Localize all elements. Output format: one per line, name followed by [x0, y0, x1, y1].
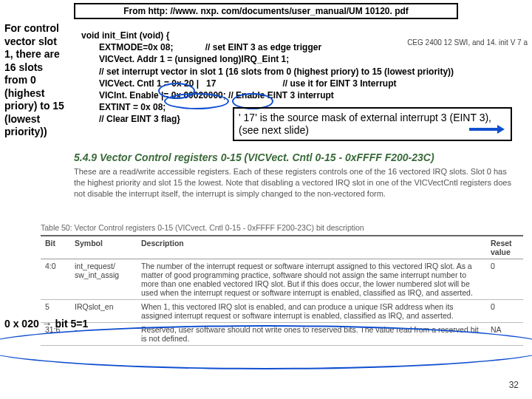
- section-heading: 5.4.9 Vector Control registers 0-15 (VIC…: [74, 151, 434, 163]
- table-cell: int_request/ sw_int_assig: [70, 259, 137, 300]
- table-caption: Table 50: Vector Control registers 0-15 …: [41, 223, 523, 232]
- code-line: VICInt. Enable |= 0x 00020000; // Enable…: [99, 89, 454, 101]
- table-row: 5 IRQslot_en When 1, this vectored IRQ s…: [41, 300, 523, 323]
- table-header-row: Bit Symbol Description Reset value: [41, 236, 523, 259]
- table-row: 31:6 - Reserved, user software should no…: [41, 323, 523, 346]
- table-cell: NA: [486, 323, 523, 346]
- table-cell: The number of the interrupt request or s…: [137, 259, 486, 300]
- code-line: void init_Eint (void) {: [81, 30, 454, 41]
- table-header: Bit: [41, 236, 70, 259]
- note-17-text: ' 17' is the source mask of external int…: [239, 112, 491, 136]
- table-cell: Reserved, user software should not write…: [137, 323, 486, 346]
- svg-marker-1: [497, 125, 505, 134]
- table-cell: 0: [486, 300, 523, 323]
- code-line: EXTMODE=0x 08; // set EINT 3 as edge tri…: [99, 41, 454, 53]
- table-header: Symbol: [70, 236, 137, 259]
- bit5-annotation: 0 x 020 → bit 5=1: [4, 318, 88, 330]
- table-header: Description: [137, 236, 486, 259]
- code-line: VICVect. Cntl 1 = 0x 20 | 17 // use it f…: [99, 78, 454, 89]
- table-row: 4:0 int_request/ sw_int_assig The number…: [41, 259, 523, 300]
- section-body: These are a read/write accessible regist…: [74, 166, 520, 200]
- table-cell: When 1, this vectored IRQ slot is enable…: [137, 300, 486, 323]
- table-header: Reset value: [486, 236, 523, 259]
- table-cell: 0: [486, 259, 523, 300]
- table-cell: 4:0: [41, 259, 70, 300]
- code-comment: // set EINT 3 as edge trigger: [205, 42, 321, 52]
- note-17-callout: ' 17' is the source mask of external int…: [233, 107, 512, 141]
- table-50: Table 50: Vector Control registers 0-15 …: [41, 223, 523, 346]
- left-side-note: For control vector slot 1, there are 16 …: [4, 22, 67, 139]
- code-text: 17: [206, 78, 216, 89]
- code-line: VICVect. Addr 1 = (unsigned long)IRQ_Ein…: [99, 53, 454, 65]
- code-text: EXTMODE=0x 08;: [99, 42, 173, 52]
- arrow-right-icon: [469, 123, 505, 135]
- source-url-bar: From http: //www. nxp. com/documents/use…: [74, 3, 458, 19]
- code-comment: // use it for EINT 3 Interrupt: [283, 78, 397, 89]
- slide-number: 32: [509, 380, 519, 390]
- code-text: VICVect. Cntl 1 = 0x 20 |: [99, 78, 199, 89]
- register-table: Bit Symbol Description Reset value 4:0 i…: [41, 235, 523, 346]
- code-line: // set interrupt vector in slot 1 (16 sl…: [99, 66, 454, 78]
